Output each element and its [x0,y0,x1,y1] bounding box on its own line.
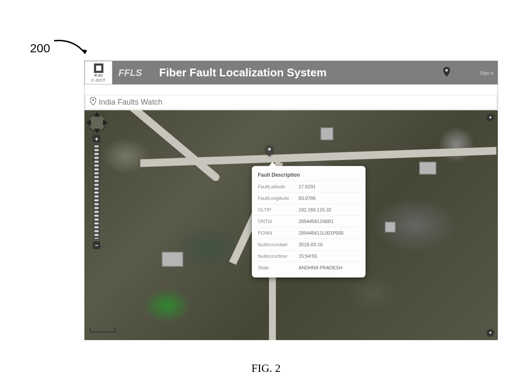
popup-value: 17.6291 [299,184,316,189]
figure-caption: FIG. 2 [251,362,281,375]
logo-icon [94,63,103,73]
popup-value: 285445611L001P005 [299,230,344,235]
popup-value: 2018-03-16 [299,242,323,247]
app-title: Fiber Fault Localization System [159,66,326,79]
map-pan-control[interactable] [88,114,106,132]
map-add-button[interactable]: + [487,329,494,337]
popup-arrow-icon [269,162,276,166]
map-building [320,127,333,140]
map-canvas[interactable]: + − + + Fault Description FaultLatitude1… [85,110,498,340]
scale-bar [90,326,124,332]
popup-row: PONId285445611L001P005 [252,227,366,238]
figure-ref: 200 [30,36,91,60]
popup-key: ONTId [258,219,299,224]
popup-row: FaultLatitude17.6291 [252,181,366,192]
figure-ref-number: 200 [30,42,50,55]
popup-key: OLTIP [258,207,299,212]
location-pin-icon [90,97,96,107]
notification-pin-icon[interactable] [443,67,450,79]
popup-value: 15:54:55 [299,253,317,259]
popup-row: ONTId285445611N001 [252,215,366,227]
map-building [385,222,396,232]
svg-point-1 [92,99,94,101]
pan-left-icon[interactable] [86,120,91,126]
popup-key: faultoccurdate [258,242,299,247]
logo-text-en: C-DOT [91,78,106,82]
top-bar: सी-डॉट C-DOT FFLS Fiber Fault Localizati… [85,61,498,84]
pan-right-icon[interactable] [103,120,108,126]
popup-row: faultoccurtime15:54:55 [252,250,366,262]
popup-value: ANDHRA PRADESH [299,265,342,270]
popup-row: OLTIP192.168.115.32 [252,204,366,215]
popup-value: 192.168.115.32 [299,207,331,212]
popup-value: 83.0786 [299,196,316,201]
zoom-out-button[interactable]: − [93,241,100,249]
brand-short: FFLS [118,67,142,78]
svg-point-2 [268,148,271,151]
zoom-control: + − [91,134,103,250]
popup-row: faultoccurdate2018-03-16 [252,238,366,250]
watch-bar[interactable]: India Faults Watch [85,95,497,109]
org-logo[interactable]: सी-डॉट C-DOT [85,61,112,84]
map-building [162,252,183,267]
popup-title: Fault Description [252,170,366,181]
popup-row: FaultLongitude83.0786 [252,192,366,204]
popup-key: FaultLongitude [258,196,299,201]
zoom-in-button[interactable]: + [93,135,100,143]
sign-link[interactable]: Sign o [480,70,493,75]
popup-row: StateANDHRA PRADESH [252,262,366,273]
popup-key: faultoccurtime [258,253,299,259]
logo-text-hi: सी-डॉट [94,74,103,78]
popup-key: FaultLatitude [258,184,299,189]
svg-point-0 [445,69,448,72]
zoom-slider[interactable] [94,145,99,239]
popup-key: PONId [258,230,299,235]
fault-marker[interactable] [266,145,273,157]
map-building [419,162,436,175]
pan-up-icon[interactable] [94,112,100,117]
popup-value: 285445611N001 [299,219,333,224]
map-expand-button[interactable]: + [487,114,494,121]
pan-down-icon[interactable] [94,129,100,133]
fault-popup: Fault Description FaultLatitude17.6291Fa… [252,166,366,277]
popup-rows: FaultLatitude17.6291FaultLongitude83.078… [252,181,366,273]
spacer-bar [85,84,498,95]
popup-key: State [258,265,299,270]
watch-label: India Faults Watch [99,98,162,107]
app-window: सी-डॉट C-DOT FFLS Fiber Fault Localizati… [84,60,498,340]
ref-arrow-icon [52,36,91,60]
